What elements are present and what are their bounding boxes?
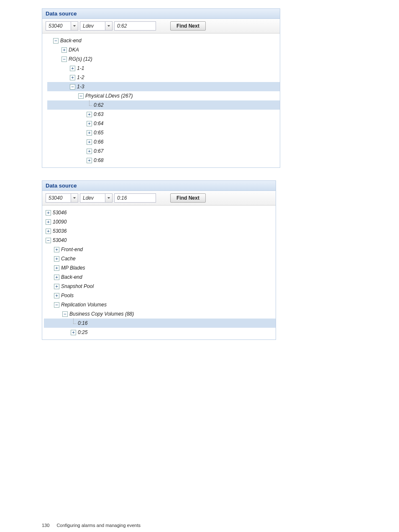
type-combo[interactable] — [80, 21, 113, 31]
tree-node[interactable]: +Snapshot Pool — [44, 282, 276, 291]
collapse-icon[interactable]: − — [54, 302, 59, 308]
expand-icon[interactable]: + — [87, 130, 92, 136]
tree-node[interactable]: +MP Blades — [44, 263, 276, 272]
tree-node[interactable]: +DKA — [47, 45, 280, 54]
tree-node-label: 53046 — [53, 210, 66, 216]
expand-icon[interactable]: + — [54, 293, 59, 298]
tree-node-label: 0:65 — [94, 130, 103, 136]
expand-icon[interactable]: + — [46, 210, 51, 216]
tree-node-label: 0:63 — [94, 111, 103, 117]
tree-node[interactable]: +Pools — [44, 291, 276, 300]
device-input[interactable] — [46, 21, 71, 31]
find-next-button[interactable]: Find Next — [170, 21, 206, 31]
tree-elbow-icon — [71, 321, 76, 326]
tree-node[interactable]: +0:65 — [47, 128, 280, 137]
tree-node[interactable]: +53036 — [44, 226, 276, 236]
expand-icon[interactable]: + — [46, 219, 51, 225]
tree-node-label: 1-1 — [77, 65, 84, 71]
tree-node-label: 10090 — [53, 219, 66, 225]
chevron-down-icon[interactable] — [105, 21, 113, 31]
tree-node[interactable]: +0:67 — [47, 146, 280, 156]
tree-node-label: Pools — [61, 293, 74, 298]
tree-node[interactable]: +53046 — [44, 208, 276, 217]
expand-icon[interactable]: + — [61, 47, 67, 53]
tree-node-label: 0:16 — [78, 320, 87, 326]
collapse-icon[interactable]: − — [46, 238, 51, 243]
find-next-button[interactable]: Find Next — [170, 193, 206, 203]
tree-node[interactable]: 0:62 — [47, 100, 280, 110]
tree-node[interactable]: −Business Copy Volumes (88) — [44, 309, 276, 319]
expand-icon[interactable]: + — [54, 265, 59, 271]
tree-node[interactable]: −RG(s) (12) — [47, 54, 280, 64]
search-toolbar: Find Next — [42, 191, 276, 206]
tree-node-label: Business Copy Volumes (88) — [69, 311, 134, 317]
tree-node[interactable]: −Back-end — [47, 36, 280, 45]
tree-view[interactable]: −Back-end+DKA−RG(s) (12)+1-1+1-2−1-3−Phy… — [42, 33, 280, 167]
expand-icon[interactable]: + — [54, 284, 59, 289]
expand-icon[interactable]: + — [87, 121, 92, 126]
tree-node[interactable]: +Front-end — [44, 245, 276, 254]
tree-node[interactable]: +10090 — [44, 217, 276, 226]
tree-node[interactable]: +Back-end — [44, 272, 276, 282]
collapse-icon[interactable]: − — [78, 93, 84, 99]
tree-node-label: 53036 — [53, 228, 66, 234]
tree-node-label: Back-end — [61, 274, 82, 280]
expand-icon[interactable]: + — [54, 275, 59, 280]
tree-node-label: Cache — [61, 256, 76, 262]
footer-text: Configuring alarms and managing events — [56, 523, 141, 528]
tree-node[interactable]: +0:68 — [47, 156, 280, 165]
collapse-icon[interactable]: − — [62, 311, 68, 317]
expand-icon[interactable]: + — [54, 247, 59, 252]
tree-node-label: 53040 — [53, 237, 66, 243]
tree-node-label: Back-end — [60, 38, 82, 44]
search-input[interactable] — [114, 193, 156, 203]
panel-title: Data source — [42, 181, 276, 191]
tree-node[interactable]: 0:16 — [44, 319, 276, 328]
expand-icon[interactable]: + — [54, 256, 59, 262]
tree-node[interactable]: +0:25 — [44, 328, 276, 337]
chevron-down-icon[interactable] — [71, 193, 78, 203]
expand-icon[interactable]: + — [87, 149, 92, 154]
expand-icon[interactable]: + — [70, 66, 75, 71]
device-input[interactable] — [46, 193, 71, 203]
tree-node-label: MP Blades — [61, 265, 85, 271]
tree-view[interactable]: +53046+10090+53036−53040+Front-end+Cache… — [42, 206, 276, 339]
collapse-icon[interactable]: − — [61, 57, 67, 62]
expand-icon[interactable]: + — [70, 75, 75, 80]
tree-node[interactable]: −1-3 — [47, 82, 280, 91]
tree-node[interactable]: −53040 — [44, 236, 276, 245]
device-combo[interactable] — [46, 21, 78, 31]
tree-node[interactable]: +0:63 — [47, 110, 280, 119]
collapse-icon[interactable]: − — [53, 38, 59, 44]
tree-node[interactable]: −Physical LDevs (267) — [47, 91, 280, 100]
search-input[interactable] — [114, 21, 156, 31]
chevron-down-icon[interactable] — [71, 21, 78, 31]
page-number: 130 — [42, 523, 49, 528]
collapse-icon[interactable]: − — [70, 84, 75, 90]
tree-node[interactable]: +Cache — [44, 254, 276, 263]
data-source-panel-2: Data source Find Next +53046+10090+53036… — [42, 180, 276, 340]
tree-node-label: 0:68 — [94, 157, 103, 163]
tree-node[interactable]: −Replication Volumes — [44, 300, 276, 309]
device-combo[interactable] — [46, 193, 78, 203]
expand-icon[interactable]: + — [46, 229, 51, 234]
tree-node[interactable]: +1-2 — [47, 73, 280, 82]
chevron-down-icon[interactable] — [105, 193, 113, 203]
panel-title: Data source — [42, 9, 280, 19]
expand-icon[interactable]: + — [87, 139, 92, 145]
expand-icon[interactable]: + — [87, 158, 92, 163]
expand-icon[interactable]: + — [71, 330, 76, 335]
tree-node[interactable]: +0:66 — [47, 137, 280, 146]
type-combo[interactable] — [80, 193, 113, 203]
tree-node[interactable]: +0:64 — [47, 119, 280, 128]
tree-node-label: 1-2 — [77, 75, 84, 80]
tree-node-label: Replication Volumes — [61, 302, 107, 308]
data-source-panel-1: Data source Find Next −Back-end+DKA−RG(s… — [42, 8, 280, 168]
type-input[interactable] — [80, 21, 105, 31]
type-input[interactable] — [80, 193, 105, 203]
tree-node-label: 0:64 — [94, 121, 103, 126]
tree-node-label: DKA — [69, 47, 79, 53]
expand-icon[interactable]: + — [87, 112, 92, 117]
tree-node[interactable]: +1-1 — [47, 64, 280, 73]
tree-node-label: Snapshot Pool — [61, 283, 94, 289]
